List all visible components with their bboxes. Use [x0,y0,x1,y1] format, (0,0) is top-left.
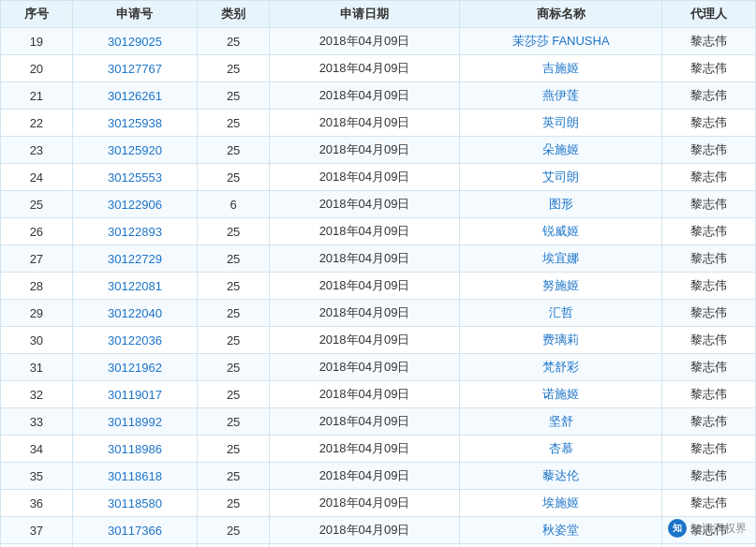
appno-cell[interactable]: 30119017 [72,381,198,408]
trademark-name-cell[interactable]: 杏慕 [460,436,662,463]
table-row: 3830117341252018年04月09日炫哲黎志伟 [1,544,756,548]
trademark-name-cell[interactable]: 燕伊莲 [460,82,662,110]
seq-cell: 34 [1,436,73,463]
trademark-name-cell[interactable]: 梵舒彩 [460,354,662,381]
appno-cell[interactable]: 30117366 [72,517,198,544]
seq-cell: 22 [1,110,73,137]
agent-cell: 黎志伟 [662,463,756,490]
appno-cell[interactable]: 30126261 [72,82,198,110]
table-row: 2830122081252018年04月09日努施姬黎志伟 [1,273,756,300]
trademark-name-cell[interactable]: 秋姿堂 [460,517,662,544]
agent-cell: 黎志伟 [662,408,756,436]
category-cell: 25 [198,463,270,490]
date-cell: 2018年04月09日 [269,110,459,137]
seq-cell: 27 [1,245,73,273]
appno-cell[interactable]: 30122893 [72,218,198,245]
table-row: 1930129025252018年04月09日茉莎莎 FANUSHA黎志伟 [1,28,756,55]
date-cell: 2018年04月09日 [269,273,459,300]
trademark-name-cell[interactable]: 炫哲 [460,544,662,548]
agent-cell: 黎志伟 [662,300,756,327]
appno-cell[interactable]: 30122906 [72,191,198,218]
trademark-name-cell[interactable]: 艾司朗 [460,164,662,191]
table-header-row: 序号申请号类别申请日期商标名称代理人 [1,1,756,28]
appno-cell[interactable]: 30129025 [72,28,198,55]
trademark-name-cell[interactable]: 埃宜娜 [460,245,662,273]
category-cell: 25 [198,137,270,164]
date-cell: 2018年04月09日 [269,28,459,55]
appno-cell[interactable]: 30122036 [72,327,198,354]
column-header: 申请号 [72,1,198,28]
date-cell: 2018年04月09日 [269,354,459,381]
table-row: 2030127767252018年04月09日吉施姬黎志伟 [1,55,756,82]
agent-cell: 黎志伟 [662,327,756,354]
category-cell: 25 [198,245,270,273]
date-cell: 2018年04月09日 [269,300,459,327]
category-cell: 25 [198,381,270,408]
table-row: 3230119017252018年04月09日诺施姬黎志伟 [1,381,756,408]
seq-cell: 33 [1,408,73,436]
category-cell: 25 [198,273,270,300]
appno-cell[interactable]: 30125920 [72,137,198,164]
appno-cell[interactable]: 30122729 [72,245,198,273]
seq-cell: 23 [1,137,73,164]
appno-cell[interactable]: 30118986 [72,436,198,463]
category-cell: 25 [198,300,270,327]
appno-cell[interactable]: 30118580 [72,490,198,517]
appno-cell[interactable]: 30125553 [72,164,198,191]
appno-cell[interactable]: 30117341 [72,544,198,548]
trademark-name-cell[interactable]: 费璃莉 [460,327,662,354]
agent-cell: 黎志伟 [662,82,756,110]
date-cell: 2018年04月09日 [269,436,459,463]
category-cell: 25 [198,544,270,548]
trademark-name-cell[interactable]: 努施姬 [460,273,662,300]
seq-cell: 20 [1,55,73,82]
appno-cell[interactable]: 30118618 [72,463,198,490]
watermark: 知 知识产权界 [668,519,747,538]
agent-cell: 黎志伟 [662,273,756,300]
date-cell: 2018年04月09日 [269,517,459,544]
agent-cell: 黎志伟 [662,110,756,137]
date-cell: 2018年04月09日 [269,381,459,408]
category-cell: 25 [198,55,270,82]
watermark-label: 知识产权界 [690,521,747,537]
category-cell: 25 [198,110,270,137]
appno-cell[interactable]: 30122081 [72,273,198,300]
table-row: 2130126261252018年04月09日燕伊莲黎志伟 [1,82,756,110]
trademark-name-cell[interactable]: 图形 [460,191,662,218]
trademark-name-cell[interactable]: 汇哲 [460,300,662,327]
appno-cell[interactable]: 30121962 [72,354,198,381]
trademark-name-cell[interactable]: 吉施姬 [460,55,662,82]
trademark-name-cell[interactable]: 锐威姬 [460,218,662,245]
table-row: 3430118986252018年04月09日杏慕黎志伟 [1,436,756,463]
table-row: 3330118992252018年04月09日坚舒黎志伟 [1,408,756,436]
agent-cell: 黎志伟 [662,544,756,548]
main-table: 序号申请号类别申请日期商标名称代理人 1930129025252018年04月0… [0,0,756,547]
table-row: 2430125553252018年04月09日艾司朗黎志伟 [1,164,756,191]
category-cell: 25 [198,327,270,354]
column-header: 申请日期 [269,1,459,28]
date-cell: 2018年04月09日 [269,164,459,191]
appno-cell[interactable]: 30127767 [72,55,198,82]
date-cell: 2018年04月09日 [269,137,459,164]
trademark-name-cell[interactable]: 坚舒 [460,408,662,436]
column-header: 序号 [1,1,73,28]
table-row: 3130121962252018年04月09日梵舒彩黎志伟 [1,354,756,381]
trademark-name-cell[interactable]: 英司朗 [460,110,662,137]
trademark-name-cell[interactable]: 茉莎莎 FANUSHA [460,28,662,55]
seq-cell: 31 [1,354,73,381]
appno-cell[interactable]: 30122040 [72,300,198,327]
appno-cell[interactable]: 30125938 [72,110,198,137]
table-row: 2230125938252018年04月09日英司朗黎志伟 [1,110,756,137]
trademark-name-cell[interactable]: 埃施姬 [460,490,662,517]
appno-cell[interactable]: 30118992 [72,408,198,436]
date-cell: 2018年04月09日 [269,544,459,548]
seq-cell: 24 [1,164,73,191]
trademark-name-cell[interactable]: 藜达伦 [460,463,662,490]
column-header: 商标名称 [460,1,662,28]
trademark-name-cell[interactable]: 诺施姬 [460,381,662,408]
trademark-name-cell[interactable]: 朵施姬 [460,137,662,164]
category-cell: 25 [198,354,270,381]
seq-cell: 21 [1,82,73,110]
category-cell: 25 [198,218,270,245]
seq-cell: 37 [1,517,73,544]
